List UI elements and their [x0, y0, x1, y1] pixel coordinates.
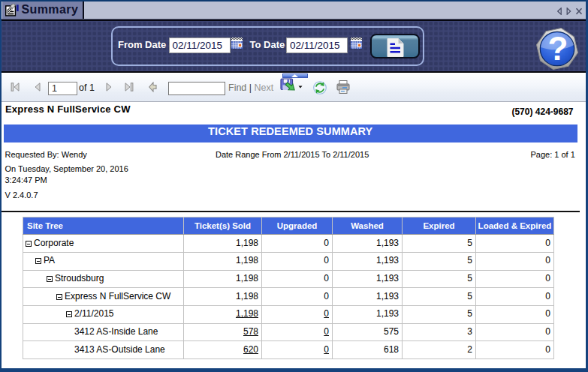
svg-text:?: ? — [548, 30, 568, 67]
